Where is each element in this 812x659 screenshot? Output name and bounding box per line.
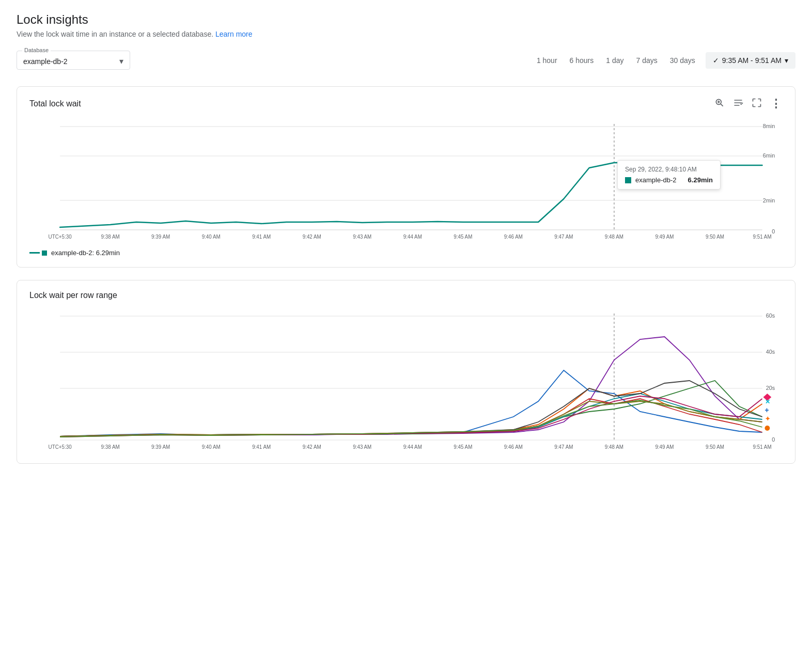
time-filters: 1 hour 6 hours 1 day 7 days 30 days ✓ 9:… [535,52,795,69]
total-lock-wait-card: Total lock wait ⋮ [17,86,795,268]
svg-text:9:49 AM: 9:49 AM [655,444,674,450]
svg-text:+: + [765,406,769,414]
legend-square [42,250,47,256]
svg-text:9:43 AM: 9:43 AM [353,234,371,240]
expand-icon[interactable] [752,98,762,111]
svg-text:60s: 60s [766,312,775,319]
page-title: Lock insights [17,12,795,27]
database-value-row[interactable]: example-db-2 ▾ [23,54,123,66]
svg-text:9:42 AM: 9:42 AM [303,444,321,450]
database-selected-value: example-db-2 [23,57,68,66]
svg-text:9:39 AM: 9:39 AM [151,234,170,240]
svg-text:9:47 AM: 9:47 AM [554,444,573,450]
svg-text:9:50 AM: 9:50 AM [706,444,724,450]
chart1-svg: 8min 6min 2min 0 UTC+5:30 9:38 AM 9:39 A… [29,119,783,243]
svg-text:9:38 AM: 9:38 AM [101,444,120,450]
chart2-title: Lock wait per row range [29,291,117,300]
svg-text:8min: 8min [763,123,775,129]
svg-text:20s: 20s [766,385,775,391]
svg-text:9:48 AM: 9:48 AM [605,444,623,450]
time-filter-6hours[interactable]: 6 hours [568,54,596,67]
svg-text:9:44 AM: 9:44 AM [403,234,422,240]
lock-wait-per-row-range-card: Lock wait per row range 60s 40s 20s 0 UT… [17,280,795,464]
svg-text:9:42 AM: 9:42 AM [303,234,321,240]
chart2-area: 60s 40s 20s 0 UTC+5:30 9:38 AM 9:39 AM 9… [29,308,783,453]
svg-text:9:45 AM: 9:45 AM [454,444,472,450]
time-range-button[interactable]: ✓ 9:35 AM - 9:51 AM ▾ [706,52,795,69]
svg-text:0: 0 [772,228,775,234]
more-vert-icon[interactable]: ⋮ [770,97,783,111]
svg-text:9:48 AM: 9:48 AM [605,234,623,240]
svg-text:9:40 AM: 9:40 AM [202,234,221,240]
chart1-actions: ⋮ [714,97,783,111]
svg-text:9:51 AM: 9:51 AM [753,234,772,240]
svg-text:9:38 AM: 9:38 AM [101,234,120,240]
svg-text:9:50 AM: 9:50 AM [706,234,724,240]
svg-text:9:43 AM: 9:43 AM [353,444,371,450]
svg-text:9:51 AM: 9:51 AM [753,444,772,450]
chart2-svg: 60s 40s 20s 0 UTC+5:30 9:38 AM 9:39 AM 9… [29,308,783,453]
check-icon: ✓ [713,56,719,65]
chart1-legend: example-db-2: 6.29min [29,249,783,257]
time-filter-7days[interactable]: 7 days [634,54,660,67]
svg-text:9:40 AM: 9:40 AM [202,444,221,450]
time-range-value: 9:35 AM - 9:51 AM [722,56,782,65]
svg-text:UTC+5:30: UTC+5:30 [49,234,72,240]
svg-point-54 [765,426,770,431]
chart1-title: Total lock wait [29,99,81,108]
time-range-arrow-icon: ▾ [785,56,788,65]
legend-line [29,252,40,254]
time-filter-1day[interactable]: 1 day [604,54,626,67]
svg-text:UTC+5:30: UTC+5:30 [49,444,72,450]
svg-text:9:44 AM: 9:44 AM [403,444,422,450]
svg-text:9:41 AM: 9:41 AM [252,234,271,240]
svg-text:2min: 2min [763,197,775,203]
page-subtitle: View the lock wait time in an instance o… [17,30,795,38]
svg-text:40s: 40s [766,349,775,355]
search-icon[interactable] [714,98,725,111]
database-label: Database [22,47,51,53]
svg-text:9:39 AM: 9:39 AM [151,444,170,450]
time-filter-1hour[interactable]: 1 hour [535,54,559,67]
dropdown-arrow-icon: ▾ [119,56,123,66]
controls-row: Database example-db-2 ▾ 1 hour 6 hours 1… [17,51,795,70]
svg-text:6min: 6min [763,152,775,159]
legend-toggle-icon[interactable] [733,98,743,111]
chart2-header: Lock wait per row range [29,291,783,300]
svg-text:✕: ✕ [765,398,770,405]
database-selector[interactable]: Database example-db-2 ▾ [17,51,130,70]
svg-text:0: 0 [772,436,775,443]
learn-more-link[interactable]: Learn more [215,30,253,38]
chart1-area: 8min 6min 2min 0 UTC+5:30 9:38 AM 9:39 A… [29,119,783,243]
chart1-header: Total lock wait ⋮ [29,97,783,111]
svg-text:9:45 AM: 9:45 AM [454,234,472,240]
svg-text:9:46 AM: 9:46 AM [504,234,523,240]
svg-text:9:49 AM: 9:49 AM [655,234,674,240]
chart1-legend-label: example-db-2: 6.29min [51,249,120,257]
svg-text:✦: ✦ [765,415,770,422]
svg-text:9:41 AM: 9:41 AM [252,444,271,450]
svg-text:9:47 AM: 9:47 AM [554,234,573,240]
time-filter-30days[interactable]: 30 days [668,54,697,67]
svg-text:9:46 AM: 9:46 AM [504,444,523,450]
